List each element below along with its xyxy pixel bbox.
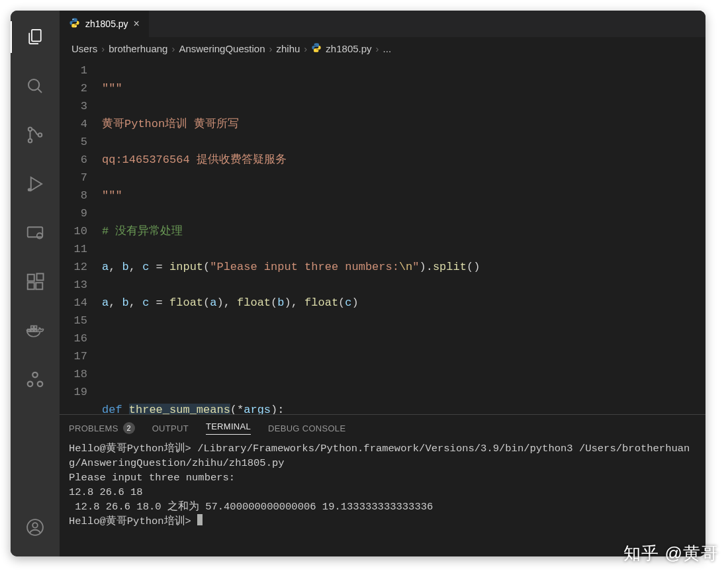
svg-point-4 <box>28 139 32 143</box>
svg-line-2 <box>38 89 42 93</box>
breadcrumb-item[interactable]: Users <box>71 43 97 54</box>
accounts-icon[interactable] <box>19 511 51 543</box>
svg-rect-0 <box>32 30 41 42</box>
terminal-output[interactable]: Hello@黄哥Python培训> /Library/Frameworks/Py… <box>60 440 705 556</box>
terminal-line: 12.8 26.6 18.0 之和为 57.400000000000006 19… <box>69 501 433 513</box>
tab-output[interactable]: OUTPUT <box>152 421 189 435</box>
vscode-window: zh1805.py × Users› brotherhuang› Answeri… <box>11 11 705 556</box>
extensions-icon[interactable] <box>19 266 51 298</box>
svg-rect-18 <box>34 326 37 329</box>
watermark: 知乎 @黄哥 <box>623 542 719 565</box>
search-icon[interactable] <box>19 70 51 102</box>
svg-rect-11 <box>28 283 34 289</box>
editor-tabs: zh1805.py × <box>60 11 705 37</box>
chevron-right-icon: › <box>171 43 175 54</box>
tab-problems[interactable]: PROBLEMS 2 <box>69 421 135 435</box>
clusters-icon[interactable] <box>19 364 51 396</box>
chevron-right-icon: › <box>269 43 273 54</box>
svg-point-24 <box>73 19 73 19</box>
tab-zh1805[interactable]: zh1805.py × <box>60 11 149 37</box>
svg-rect-12 <box>36 283 42 289</box>
breadcrumb-item[interactable]: zhihu <box>277 43 300 54</box>
breadcrumb-item[interactable]: AnsweringQuestion <box>179 43 265 54</box>
docker-icon[interactable] <box>19 315 51 347</box>
problems-count-badge: 2 <box>123 422 135 434</box>
terminal-line: Hello@黄哥Python培训> <box>69 515 197 527</box>
svg-rect-17 <box>31 326 34 329</box>
terminal-line: Please input three numbers: <box>69 472 235 484</box>
remote-explorer-icon[interactable] <box>19 217 51 249</box>
main-area: zh1805.py × Users› brotherhuang› Answeri… <box>60 11 705 556</box>
svg-marker-6 <box>31 177 42 191</box>
line-number-gutter: 12345678910111213141516171819 <box>60 62 102 414</box>
svg-point-3 <box>28 128 32 132</box>
breadcrumb-item[interactable]: brotherhuang <box>109 43 167 54</box>
svg-point-25 <box>75 26 76 26</box>
svg-point-19 <box>32 373 38 378</box>
close-icon[interactable]: × <box>134 19 140 29</box>
activity-bar <box>11 11 60 556</box>
panel-tabs: PROBLEMS 2 OUTPUT TERMINAL DEBUG CONSOLE <box>60 415 705 440</box>
chevron-right-icon: › <box>304 43 307 54</box>
terminal-cursor <box>197 514 203 525</box>
svg-point-23 <box>32 523 38 528</box>
explorer-icon[interactable] <box>19 21 51 53</box>
svg-point-5 <box>38 133 42 137</box>
svg-point-9 <box>37 233 42 238</box>
code-editor[interactable]: 12345678910111213141516171819 """ 黄哥Pyth… <box>60 62 705 414</box>
svg-rect-10 <box>28 275 34 281</box>
svg-rect-13 <box>37 274 44 281</box>
svg-rect-8 <box>28 227 43 237</box>
svg-point-1 <box>28 79 39 90</box>
run-debug-icon[interactable] <box>19 168 51 200</box>
chevron-right-icon: › <box>376 43 379 54</box>
source-control-icon[interactable] <box>19 119 51 151</box>
tab-filename: zh1805.py <box>85 19 128 29</box>
breadcrumb-item[interactable]: ... <box>383 43 392 54</box>
svg-point-21 <box>38 382 43 387</box>
python-file-icon <box>69 17 80 30</box>
code-content[interactable]: """ 黄哥Python培训 黄哥所写 qq:1465376564 提供收费答疑… <box>102 62 705 414</box>
chevron-right-icon: › <box>101 43 105 54</box>
tab-terminal[interactable]: TERMINAL <box>206 421 251 435</box>
tab-debug-console[interactable]: DEBUG CONSOLE <box>268 421 345 435</box>
breadcrumbs[interactable]: Users› brotherhuang› AnsweringQuestion› … <box>60 37 705 62</box>
terminal-line: 12.8 26.6 18 <box>69 486 143 498</box>
terminal-line: Hello@黄哥Python培训> /Library/Frameworks/Py… <box>69 443 690 469</box>
svg-point-7 <box>28 188 31 191</box>
breadcrumb-item[interactable]: zh1805.py <box>326 43 371 54</box>
python-file-icon <box>311 42 322 55</box>
bottom-panel: PROBLEMS 2 OUTPUT TERMINAL DEBUG CONSOLE… <box>60 414 705 556</box>
svg-point-20 <box>28 382 33 387</box>
